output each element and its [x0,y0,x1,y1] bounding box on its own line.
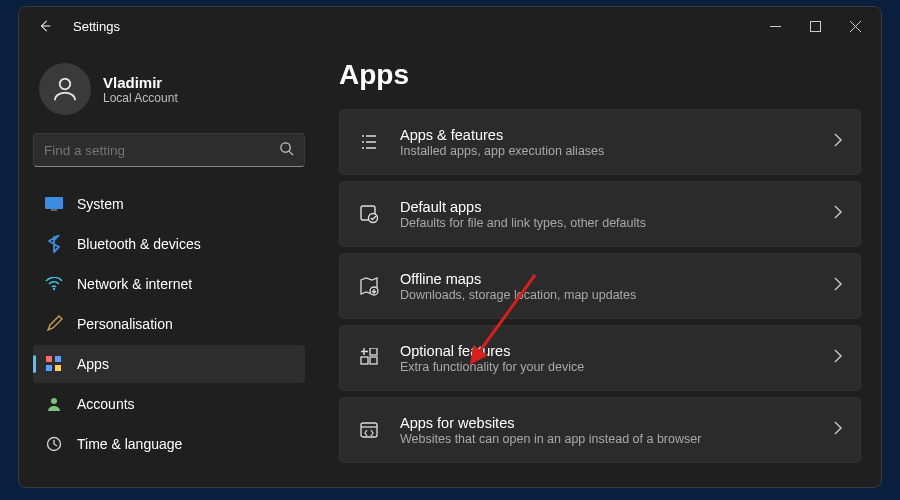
chevron-right-icon [834,205,842,223]
sidebar-item-label: Time & language [77,436,182,452]
svg-point-2 [60,79,71,90]
map-icon [358,276,380,296]
card-title: Apps & features [400,127,834,143]
window-title: Settings [73,19,120,34]
wifi-icon [45,275,63,293]
settings-window: Settings Vladimir Local Account [18,6,882,488]
card-default-apps[interactable]: Default apps Defaults for file and link … [339,181,861,247]
sidebar-item-label: Network & internet [77,276,192,292]
svg-point-14 [369,214,378,223]
chevron-right-icon [834,133,842,151]
close-button[interactable] [835,10,875,42]
minimize-button[interactable] [755,10,795,42]
avatar [39,63,91,115]
page-title: Apps [339,59,861,91]
nav-list: System Bluetooth & devices Network & int… [33,185,305,487]
card-title: Optional features [400,343,834,359]
card-apps-for-websites[interactable]: Apps for websites Websites that can open… [339,397,861,463]
card-optional-features[interactable]: Optional features Extra functionality fo… [339,325,861,391]
card-subtitle: Installed apps, app execution aliases [400,144,834,158]
card-subtitle: Websites that can open in an app instead… [400,432,834,446]
sidebar: Vladimir Local Account System Bluetooth … [19,45,319,487]
card-offline-maps[interactable]: Offline maps Downloads, storage location… [339,253,861,319]
default-apps-icon [358,204,380,224]
optional-features-icon [358,348,380,368]
sidebar-item-network[interactable]: Network & internet [33,265,305,303]
profile-sub: Local Account [103,91,178,105]
sidebar-item-bluetooth[interactable]: Bluetooth & devices [33,225,305,263]
svg-point-6 [53,288,55,290]
svg-rect-8 [55,356,61,362]
search-input[interactable] [44,143,279,158]
chevron-right-icon [834,349,842,367]
person-icon [45,395,63,413]
chevron-right-icon [834,421,842,439]
card-title: Default apps [400,199,834,215]
titlebar: Settings [19,7,881,45]
maximize-button[interactable] [795,10,835,42]
svg-rect-18 [370,348,377,355]
search-icon [279,141,294,160]
card-subtitle: Defaults for file and link types, other … [400,216,834,230]
system-icon [45,195,63,213]
svg-rect-5 [51,209,57,211]
svg-point-11 [51,398,57,404]
card-subtitle: Extra functionality for your device [400,360,834,374]
profile-name: Vladimir [103,74,178,91]
sidebar-item-personalisation[interactable]: Personalisation [33,305,305,343]
search-box[interactable] [33,133,305,167]
main-content: Apps Apps & features Installed apps, app… [319,45,881,487]
svg-rect-10 [55,365,61,371]
svg-rect-16 [361,357,368,364]
svg-rect-17 [370,357,377,364]
svg-rect-4 [45,197,63,209]
card-subtitle: Downloads, storage location, map updates [400,288,834,302]
apps-icon [45,355,63,373]
sidebar-item-label: Personalisation [77,316,173,332]
sidebar-item-system[interactable]: System [33,185,305,223]
list-icon [358,133,380,151]
card-title: Apps for websites [400,415,834,431]
clock-icon [45,435,63,453]
profile-block[interactable]: Vladimir Local Account [33,55,305,133]
sidebar-item-time-language[interactable]: Time & language [33,425,305,463]
svg-rect-7 [46,356,52,362]
sidebar-item-label: Accounts [77,396,135,412]
apps-websites-icon [358,420,380,440]
chevron-right-icon [834,277,842,295]
sidebar-item-label: System [77,196,124,212]
sidebar-item-label: Bluetooth & devices [77,236,201,252]
brush-icon [45,315,63,333]
svg-rect-9 [46,365,52,371]
svg-rect-19 [361,423,377,437]
svg-point-3 [281,142,290,151]
sidebar-item-label: Apps [77,356,109,372]
card-apps-features[interactable]: Apps & features Installed apps, app exec… [339,109,861,175]
card-title: Offline maps [400,271,834,287]
back-button[interactable] [31,19,59,33]
svg-rect-0 [810,21,820,31]
bluetooth-icon [45,235,63,253]
sidebar-item-accounts[interactable]: Accounts [33,385,305,423]
sidebar-item-apps[interactable]: Apps [33,345,305,383]
